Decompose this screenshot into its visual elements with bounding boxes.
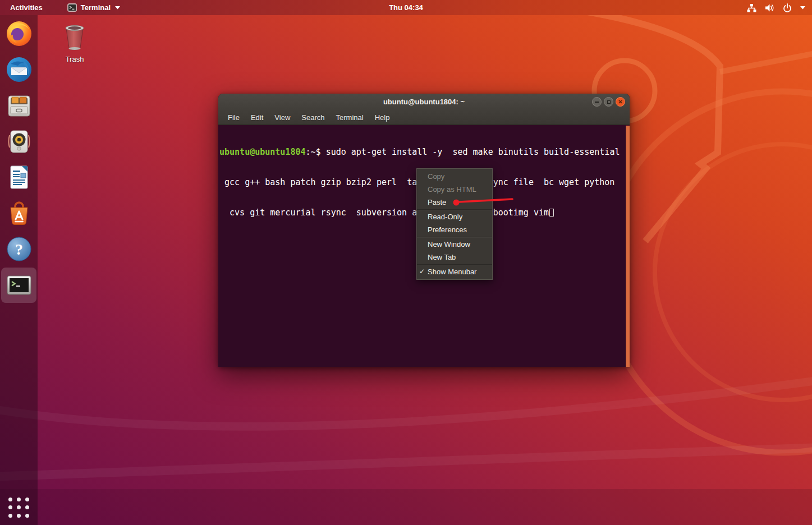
context-menu-item-new-tab[interactable]: New Tab — [417, 251, 492, 264]
context-menu-item-read-only[interactable]: Read-Only — [417, 210, 492, 223]
help-icon: ? — [6, 236, 33, 262]
context-menu-item-copy-as-html: Copy as HTML — [417, 183, 492, 196]
menu-separator — [417, 209, 492, 210]
trash-icon — [62, 24, 87, 52]
terminal-line-1: ubuntu@ubuntu1804:~$ sudo apt-get instal… — [219, 147, 630, 157]
trash-desktop-icon[interactable]: Trash — [58, 24, 91, 63]
terminal-scrollbar[interactable] — [626, 126, 630, 367]
system-status-area[interactable] — [747, 3, 805, 12]
dock-item-ubuntu-software[interactable] — [6, 200, 33, 227]
dock-item-files[interactable] — [6, 92, 33, 119]
command-text: sudo apt-get install -y sed make binutil… — [326, 147, 620, 157]
svg-text:?: ? — [15, 241, 23, 258]
maximize-button[interactable] — [604, 97, 613, 107]
context-menu-item-show-menubar[interactable]: ✓Show Menubar — [417, 265, 492, 278]
ubuntu-software-icon — [6, 200, 33, 227]
prompt-user-host: ubuntu@ubuntu1804 — [219, 147, 306, 157]
chevron-down-icon — [115, 6, 120, 10]
terminal-cursor — [549, 209, 554, 217]
context-menu-item-new-window[interactable]: New Window — [417, 238, 492, 251]
menu-search[interactable]: Search — [296, 112, 330, 123]
terminal-mini-icon — [67, 3, 77, 12]
context-menu-item-copy: Copy — [417, 170, 492, 183]
dock-item-terminal[interactable] — [6, 271, 33, 298]
maximize-icon — [607, 100, 611, 104]
network-wired-icon — [747, 3, 756, 12]
activities-button[interactable]: Activities — [8, 3, 45, 12]
volume-icon — [765, 3, 774, 12]
menu-terminal[interactable]: Terminal — [331, 112, 369, 123]
dock-item-libreoffice-writer[interactable] — [6, 164, 33, 191]
power-icon — [783, 3, 792, 12]
firefox-icon — [6, 20, 33, 47]
dock-item-rhythmbox[interactable] — [6, 128, 33, 155]
trash-label: Trash — [58, 55, 91, 63]
clock[interactable]: Thu 04:34 — [389, 3, 423, 12]
chevron-down-icon — [800, 6, 805, 10]
app-menu-terminal[interactable]: Terminal — [67, 3, 120, 12]
context-menu-item-paste[interactable]: Paste — [417, 196, 492, 209]
close-button[interactable]: ✕ — [616, 97, 625, 107]
show-applications-button[interactable] — [8, 497, 30, 518]
menu-help[interactable]: Help — [369, 112, 396, 123]
window-titlebar[interactable]: ubuntu@ubuntu1804: ~ — [218, 94, 630, 110]
dock-item-firefox[interactable] — [6, 20, 33, 47]
minimize-button[interactable] — [592, 97, 602, 107]
menu-view[interactable]: View — [269, 112, 296, 123]
top-bar: Activities Terminal Thu 04:34 — [0, 0, 812, 15]
minimize-icon — [595, 102, 599, 103]
close-icon: ✕ — [618, 99, 622, 105]
libreoffice-writer-icon — [6, 164, 33, 191]
menu-separator — [417, 237, 492, 237]
terminal-icon — [6, 271, 33, 298]
context-menu-item-preferences[interactable]: Preferences — [417, 223, 492, 236]
menu-separator — [417, 264, 492, 265]
menu-file[interactable]: File — [222, 112, 245, 123]
checkmark-icon: ✓ — [419, 265, 425, 278]
files-icon — [6, 92, 33, 119]
dock-item-thunderbird[interactable] — [6, 56, 33, 83]
terminal-context-menu: Copy Copy as HTML Paste Read-Only Prefer… — [416, 168, 493, 280]
menu-edit[interactable]: Edit — [245, 112, 269, 123]
app-menu-label: Terminal — [81, 3, 111, 12]
dock-item-help[interactable]: ? — [6, 236, 33, 262]
terminal-header: ubuntu@ubuntu1804: ~ ✕ File Edit View Se… — [218, 94, 630, 125]
window-controls: ✕ — [592, 97, 625, 107]
dock: ? — [0, 15, 38, 525]
thunderbird-icon — [6, 56, 33, 83]
terminal-menubar: File Edit View Search Terminal Help — [218, 110, 630, 125]
rhythmbox-icon — [6, 128, 33, 155]
prompt-path: :~$ — [306, 147, 326, 157]
